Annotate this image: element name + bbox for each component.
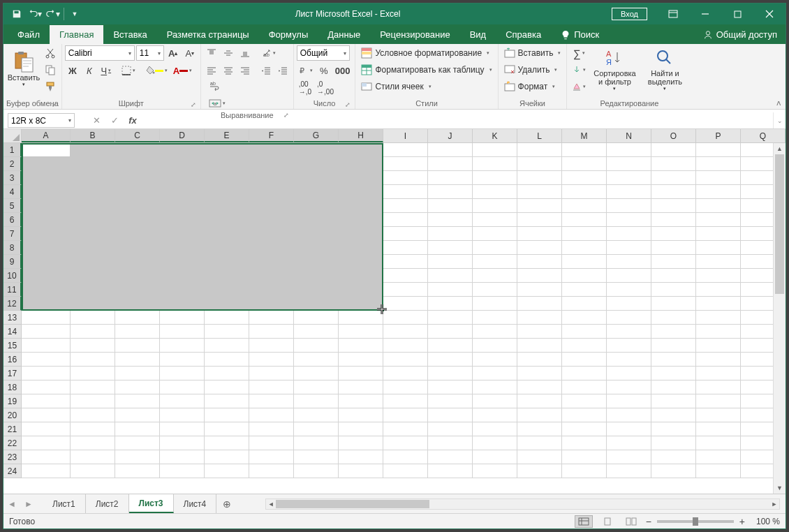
tab-home[interactable]: Главная bbox=[50, 25, 103, 44]
cut-icon[interactable] bbox=[43, 45, 58, 61]
fill-color-icon[interactable]: ▾ bbox=[143, 63, 170, 78]
cell-styles-button[interactable]: Стили ячеек▾ bbox=[358, 79, 434, 94]
row-header[interactable]: 14 bbox=[3, 325, 22, 339]
select-all-corner[interactable] bbox=[3, 129, 22, 142]
dialog-launcher-icon[interactable]: ⤢ bbox=[283, 112, 289, 119]
align-bottom-icon[interactable] bbox=[237, 45, 253, 61]
tab-page-layout[interactable]: Разметка страницы bbox=[157, 25, 259, 44]
column-header[interactable]: N bbox=[607, 129, 651, 142]
page-break-view-icon[interactable] bbox=[622, 515, 640, 528]
row-header[interactable]: 7 bbox=[3, 227, 22, 241]
paste-button[interactable]: Вставить ▾ bbox=[6, 45, 41, 93]
tab-formulas[interactable]: Формулы bbox=[259, 25, 318, 44]
tab-view[interactable]: Вид bbox=[460, 25, 496, 44]
share-button[interactable]: Общий доступ bbox=[695, 25, 786, 44]
column-header[interactable]: F bbox=[249, 129, 294, 142]
scroll-down-icon[interactable]: ▼ bbox=[774, 482, 786, 494]
row-header[interactable]: 6 bbox=[3, 213, 22, 227]
column-header[interactable]: H bbox=[339, 129, 383, 142]
row-header[interactable]: 20 bbox=[3, 408, 22, 422]
column-header[interactable]: Q bbox=[741, 129, 786, 142]
customize-qat-icon[interactable]: ▼ bbox=[66, 4, 84, 24]
increase-font-icon[interactable]: A▴ bbox=[165, 45, 181, 61]
scroll-left-icon[interactable]: ◄ bbox=[266, 499, 276, 509]
wrap-text-icon[interactable]: ab bbox=[207, 78, 223, 94]
vertical-scrollbar[interactable]: ▲ ▼ bbox=[773, 143, 786, 494]
row-header[interactable]: 22 bbox=[3, 436, 22, 450]
row-header[interactable]: 12 bbox=[3, 297, 22, 311]
enter-formula-icon[interactable]: ✓ bbox=[105, 112, 124, 128]
font-color-icon[interactable]: A▾ bbox=[171, 63, 194, 78]
autosum-icon[interactable]: ∑▾ bbox=[570, 45, 588, 61]
format-cells-button[interactable]: Формат▾ bbox=[501, 79, 559, 94]
horizontal-scrollbar[interactable]: ◄ ► bbox=[265, 498, 780, 510]
undo-icon[interactable]: ▾ bbox=[26, 4, 44, 24]
dialog-launcher-icon[interactable]: ⤢ bbox=[52, 101, 57, 108]
cell-grid[interactable] bbox=[22, 143, 786, 494]
maximize-icon[interactable] bbox=[721, 3, 753, 24]
clear-icon[interactable]: ▾ bbox=[570, 79, 588, 94]
row-header[interactable]: 13 bbox=[3, 311, 22, 325]
comma-style-icon[interactable]: 000 bbox=[333, 63, 353, 78]
scroll-up-icon[interactable]: ▲ bbox=[774, 143, 786, 154]
zoom-in-icon[interactable]: + bbox=[739, 516, 745, 527]
sheet-tab[interactable]: Лист4 bbox=[174, 494, 217, 513]
row-header[interactable]: 1 bbox=[3, 143, 22, 157]
tab-data[interactable]: Данные bbox=[318, 25, 370, 44]
align-left-icon[interactable] bbox=[204, 63, 219, 78]
underline-button[interactable]: Ч▾ bbox=[98, 63, 114, 78]
cancel-formula-icon[interactable]: ✕ bbox=[87, 112, 105, 128]
row-header[interactable]: 9 bbox=[3, 255, 22, 269]
row-header[interactable]: 19 bbox=[3, 394, 22, 408]
row-header[interactable]: 10 bbox=[3, 269, 22, 283]
align-right-icon[interactable] bbox=[237, 63, 253, 78]
ribbon-display-options-icon[interactable] bbox=[657, 3, 689, 24]
row-header[interactable]: 18 bbox=[3, 380, 22, 394]
scroll-right-icon[interactable]: ► bbox=[769, 499, 779, 509]
sheet-tab[interactable]: Лист1 bbox=[43, 494, 86, 513]
dialog-launcher-icon[interactable]: ⤢ bbox=[345, 101, 351, 108]
insert-function-icon[interactable]: fx bbox=[124, 112, 142, 128]
row-header[interactable]: 23 bbox=[3, 450, 22, 464]
tab-insert[interactable]: Вставка bbox=[103, 25, 156, 44]
redo-icon[interactable]: ▾ bbox=[44, 4, 62, 24]
decrease-indent-icon[interactable] bbox=[258, 63, 274, 78]
tab-file[interactable]: Файл bbox=[8, 25, 50, 44]
row-header[interactable]: 24 bbox=[3, 464, 22, 478]
column-header[interactable]: M bbox=[562, 129, 607, 142]
font-size-combo[interactable]: 11▾ bbox=[136, 45, 164, 61]
column-header[interactable]: B bbox=[71, 129, 115, 142]
zoom-out-icon[interactable]: − bbox=[646, 516, 651, 527]
decrease-decimal-icon[interactable]: ,0→,00 bbox=[315, 80, 336, 96]
row-header[interactable]: 15 bbox=[3, 339, 22, 353]
column-header[interactable]: C bbox=[115, 129, 160, 142]
zoom-level[interactable]: 100 % bbox=[751, 517, 780, 526]
close-icon[interactable] bbox=[753, 3, 786, 24]
tab-help[interactable]: Справка bbox=[496, 25, 551, 44]
borders-icon[interactable]: ▾ bbox=[119, 63, 138, 78]
insert-cells-button[interactable]: Вставить▾ bbox=[501, 45, 564, 61]
column-header[interactable]: E bbox=[205, 129, 249, 142]
tab-review[interactable]: Рецензирование bbox=[370, 25, 459, 44]
page-layout-view-icon[interactable] bbox=[598, 515, 617, 528]
delete-cells-button[interactable]: Удалить▾ bbox=[501, 62, 561, 77]
column-header[interactable]: G bbox=[294, 129, 339, 142]
save-icon[interactable] bbox=[8, 4, 26, 24]
sheet-tab[interactable]: Лист2 bbox=[86, 494, 129, 513]
decrease-font-icon[interactable]: A▾ bbox=[182, 45, 198, 61]
sheet-nav-prev-icon[interactable]: ◄ bbox=[3, 494, 20, 514]
zoom-slider[interactable] bbox=[657, 520, 734, 523]
column-header[interactable]: O bbox=[651, 129, 696, 142]
format-as-table-button[interactable]: Форматировать как таблицу▾ bbox=[358, 62, 494, 77]
row-header[interactable]: 21 bbox=[3, 422, 22, 436]
sheet-tab[interactable]: Лист3 bbox=[129, 494, 174, 513]
column-header[interactable]: P bbox=[696, 129, 741, 142]
name-box[interactable]: 12R x 8C▾ bbox=[8, 113, 75, 128]
row-header[interactable]: 5 bbox=[3, 199, 22, 213]
tellme-search[interactable]: Поиск bbox=[551, 25, 609, 44]
align-center-icon[interactable] bbox=[221, 63, 236, 78]
column-header[interactable]: J bbox=[428, 129, 473, 142]
increase-decimal-icon[interactable]: ,00→,0 bbox=[297, 80, 314, 96]
conditional-formatting-button[interactable]: Условное форматирование▾ bbox=[358, 45, 492, 61]
row-header[interactable]: 3 bbox=[3, 171, 22, 185]
